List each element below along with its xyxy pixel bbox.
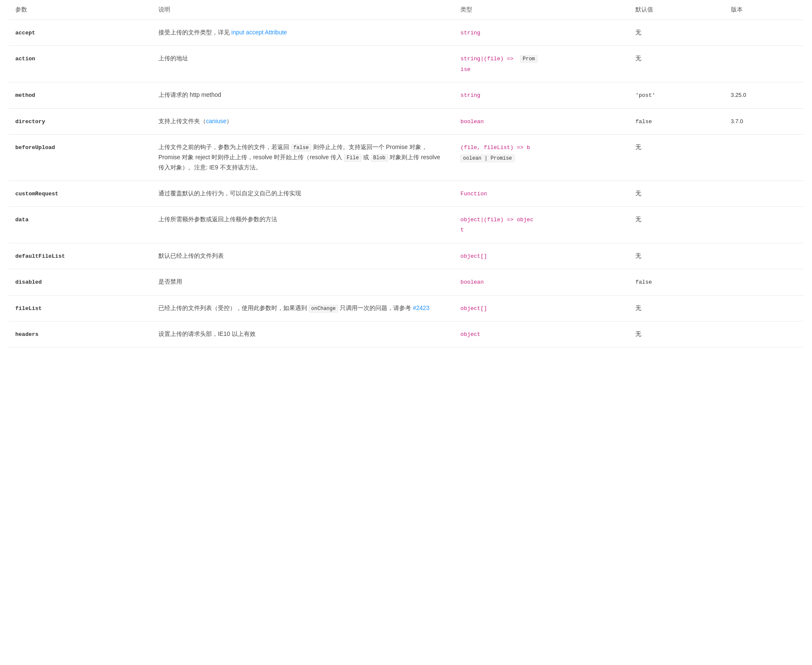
default-value: 无 <box>635 252 641 259</box>
default-value: 无 <box>635 304 641 311</box>
type-cell: object[] <box>454 295 629 321</box>
default-value: 'post' <box>635 92 655 99</box>
inline-code: File <box>344 154 361 162</box>
accept-attribute-link[interactable]: Attribute <box>265 29 287 36</box>
param-cell: data <box>8 206 152 243</box>
table-row: action上传的地址string|(file) => Promise无 <box>8 46 804 82</box>
default-cell: false <box>629 108 724 134</box>
version-cell <box>724 20 804 46</box>
default-value: 无 <box>635 29 641 36</box>
inline-code: onChange <box>309 305 338 313</box>
desc-cell: 已经上传的文件列表（受控），使用此参数时，如果遇到 onChange 只调用一次… <box>152 295 454 321</box>
type-cell: string|(file) => Promise <box>454 46 629 82</box>
accept-input-link[interactable]: input accept <box>231 29 264 36</box>
inline-code: false <box>291 144 311 152</box>
table-row: directory支持上传文件夹（caniuse）booleanfalse3.7… <box>8 108 804 134</box>
version-cell <box>724 321 804 347</box>
type-badge: Prom <box>520 55 538 63</box>
default-cell: 无 <box>629 321 724 347</box>
param-cell: customRequest <box>8 180 152 206</box>
param-name: accept <box>15 30 35 36</box>
param-cell: defaultFileList <box>8 243 152 269</box>
type-value: (file, fileList) => boolean | Promise <box>460 144 530 161</box>
param-cell: directory <box>8 108 152 134</box>
version-cell <box>724 295 804 321</box>
default-cell: 无 <box>629 243 724 269</box>
table-row: beforeUpload上传文件之前的钩子，参数为上传的文件，若返回 false… <box>8 135 804 180</box>
param-name: disabled <box>15 279 42 285</box>
table-row: method上传请求的 http methodstring'post'3.25.… <box>8 82 804 108</box>
desc-cell: 上传请求的 http method <box>152 82 454 108</box>
version-cell <box>724 46 804 82</box>
default-cell: 无 <box>629 295 724 321</box>
param-name: headers <box>15 331 39 338</box>
api-table: 参数 说明 类型 默认值 版本 accept接受上传的文件类型，详见 input… <box>8 0 804 347</box>
param-name: beforeUpload <box>15 144 55 151</box>
table-row: customRequest通过覆盖默认的上传行为，可以自定义自己的上传实现Fun… <box>8 180 804 206</box>
desc-cell: 设置上传的请求头部，IE10 以上有效 <box>152 321 454 347</box>
default-cell: 无 <box>629 180 724 206</box>
type-cell: Function <box>454 180 629 206</box>
param-name: data <box>15 217 28 223</box>
inline-code: Blob <box>371 154 388 162</box>
param-cell: method <box>8 82 152 108</box>
default-value: 无 <box>635 190 641 197</box>
table-header-row: 参数 说明 类型 默认值 版本 <box>8 0 804 20</box>
type-cell: string <box>454 20 629 46</box>
desc-cell: 接受上传的文件类型，详见 input accept Attribute <box>152 20 454 46</box>
param-cell: fileList <box>8 295 152 321</box>
default-value: 无 <box>635 144 641 150</box>
desc-cell: 是否禁用 <box>152 269 454 295</box>
table-row: data上传所需额外参数或返回上传额外参数的方法object|(file) =>… <box>8 206 804 243</box>
type-value: string|(file) => Promise <box>460 56 537 73</box>
default-value: 无 <box>635 216 641 223</box>
version-cell <box>724 180 804 206</box>
param-name: defaultFileList <box>15 253 65 259</box>
type-value: string <box>460 30 480 36</box>
caniuse-link[interactable]: caniuse <box>206 118 226 124</box>
type-cell: object|(file) => object <box>454 206 629 243</box>
default-value: false <box>635 279 652 285</box>
type-value: object[] <box>460 253 487 259</box>
desc-cell: 通过覆盖默认的上传行为，可以自定义自己的上传实现 <box>152 180 454 206</box>
desc-cell: 默认已经上传的文件列表 <box>152 243 454 269</box>
type-value: string <box>460 92 480 99</box>
type-cell: object[] <box>454 243 629 269</box>
type-value: boolean <box>460 118 484 125</box>
table-row: accept接受上传的文件类型，详见 input accept Attribut… <box>8 20 804 46</box>
header-type: 类型 <box>454 0 629 20</box>
type-value: object|(file) => object <box>460 217 533 233</box>
type-cell: boolean <box>454 269 629 295</box>
desc-cell: 上传所需额外参数或返回上传额外参数的方法 <box>152 206 454 243</box>
version-cell: 3.7.0 <box>724 108 804 134</box>
version-cell: 3.25.0 <box>724 82 804 108</box>
api-table-container: 参数 说明 类型 默认值 版本 accept接受上传的文件类型，详见 input… <box>0 0 812 347</box>
param-name: customRequest <box>15 191 58 197</box>
type-cell: (file, fileList) => boolean | Promise <box>454 135 629 180</box>
desc-link[interactable]: #2423 <box>413 304 429 311</box>
header-default: 默认值 <box>629 0 724 20</box>
default-value: 无 <box>635 330 641 337</box>
default-cell: 无 <box>629 135 724 180</box>
table-row: headers设置上传的请求头部，IE10 以上有效object无 <box>8 321 804 347</box>
type-badge: oolean | Promise <box>460 155 514 162</box>
header-desc: 说明 <box>152 0 454 20</box>
default-cell: 无 <box>629 20 724 46</box>
desc-cell: 支持上传文件夹（caniuse） <box>152 108 454 134</box>
table-row: defaultFileList默认已经上传的文件列表object[]无 <box>8 243 804 269</box>
version-value: 3.7.0 <box>731 118 743 124</box>
desc-cell: 上传文件之前的钩子，参数为上传的文件，若返回 false 则停止上传。支持返回一… <box>152 135 454 180</box>
param-name: fileList <box>15 305 42 312</box>
default-cell: 无 <box>629 46 724 82</box>
param-name: action <box>15 56 35 62</box>
param-cell: beforeUpload <box>8 135 152 180</box>
header-version: 版本 <box>724 0 804 20</box>
desc-cell: 上传的地址 <box>152 46 454 82</box>
table-row: fileList已经上传的文件列表（受控），使用此参数时，如果遇到 onChan… <box>8 295 804 321</box>
param-cell: action <box>8 46 152 82</box>
default-cell: 'post' <box>629 82 724 108</box>
default-cell: false <box>629 269 724 295</box>
type-cell: boolean <box>454 108 629 134</box>
param-name: directory <box>15 118 45 125</box>
param-cell: headers <box>8 321 152 347</box>
